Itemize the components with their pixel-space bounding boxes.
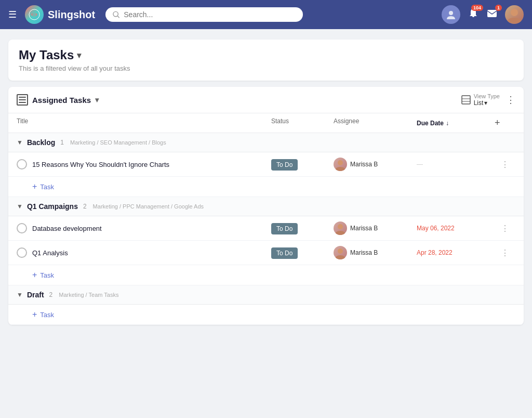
- draft-title: Draft: [27, 291, 44, 299]
- notification-bell[interactable]: 104: [468, 8, 479, 22]
- app-header: ☰ Slingshot 104: [0, 0, 532, 29]
- title-dropdown-icon[interactable]: ▾: [77, 50, 81, 60]
- assignee-name: Marissa B: [350, 249, 378, 256]
- q1campaigns-path: Marketing / PPC Management / Google Ads: [93, 203, 204, 210]
- header-right: 104 1: [442, 5, 524, 24]
- search-input[interactable]: [124, 10, 296, 19]
- add-task-row-q1campaigns[interactable]: + Task: [8, 265, 524, 285]
- add-task-plus-icon: +: [32, 270, 37, 280]
- backlog-collapse-icon[interactable]: ▼: [17, 139, 23, 146]
- col-due-date[interactable]: Due Date ↓: [417, 117, 495, 128]
- page-title-section: My Tasks ▾ This is a filtered view of al…: [8, 40, 524, 81]
- view-type-value: List ▾: [474, 99, 500, 107]
- draft-count: 2: [49, 291, 53, 298]
- section-title: Assigned Tasks: [32, 96, 91, 104]
- status-badge[interactable]: To Do: [271, 159, 298, 171]
- panel-more-button[interactable]: ⋮: [506, 94, 515, 106]
- task-assignee-cell: Marissa B: [334, 158, 417, 171]
- add-task-plus-icon: +: [32, 182, 37, 191]
- logo-icon: [25, 5, 44, 24]
- assignee-avatar: [334, 246, 347, 259]
- view-type-chevron: ▾: [484, 99, 487, 107]
- panel-header: Assigned Tasks ▾ View Type List ▾: [8, 87, 524, 113]
- col-add[interactable]: +: [495, 117, 515, 128]
- task-assignee-cell: Marissa B: [334, 221, 417, 235]
- column-headers: Title Status Assignee Due Date ↓ +: [8, 113, 524, 133]
- sort-icon: ↓: [446, 120, 449, 127]
- table-row: 15 Reasons Why You Shouldn't Ignore Char…: [8, 152, 524, 177]
- task-complete-button[interactable]: [17, 247, 27, 258]
- search-icon: [113, 11, 119, 18]
- task-title-cell: Q1 Analysis: [17, 247, 271, 258]
- search-bar[interactable]: [105, 7, 303, 22]
- group-q1campaigns-header: ▼ Q1 Campaigns 2 Marketing / PPC Managem…: [8, 197, 524, 216]
- group-backlog-header: ▼ Backlog 1 Marketing / SEO Management /…: [8, 133, 524, 152]
- table-row: Database development To Do Marissa B May…: [8, 216, 524, 241]
- task-more-button[interactable]: ⋮: [495, 224, 515, 233]
- col-status: Status: [271, 117, 334, 128]
- app-name: Slingshot: [48, 9, 95, 21]
- view-type-label: View Type: [474, 93, 500, 99]
- due-date-value: Apr 28, 2022: [417, 249, 495, 256]
- hamburger-icon[interactable]: ☰: [8, 9, 17, 20]
- col-title: Title: [17, 117, 271, 128]
- section-dropdown-icon[interactable]: ▾: [95, 96, 99, 104]
- panel-header-right: View Type List ▾ ⋮: [461, 93, 515, 107]
- page-title: My Tasks ▾: [19, 48, 513, 62]
- task-title: 15 Reasons Why You Shouldn't Ignore Char…: [32, 161, 169, 168]
- status-badge[interactable]: To Do: [271, 223, 298, 234]
- q1campaigns-collapse-icon[interactable]: ▼: [17, 203, 23, 210]
- backlog-title: Backlog: [27, 138, 55, 147]
- add-task-label: Task: [40, 183, 54, 191]
- q1campaigns-title: Q1 Campaigns: [27, 202, 78, 211]
- tasks-panel: Assigned Tasks ▾ View Type List ▾: [8, 87, 524, 325]
- svg-rect-5: [462, 96, 470, 104]
- task-status-cell: To Do: [271, 224, 334, 233]
- draft-path: Marketing / Team Tasks: [59, 292, 118, 298]
- list-view-icon: [461, 95, 471, 104]
- assignee-avatar: [334, 158, 347, 171]
- svg-point-4: [511, 9, 518, 16]
- message-badge: 1: [495, 5, 502, 11]
- view-type-button[interactable]: View Type List ▾: [461, 93, 500, 107]
- task-more-button[interactable]: ⋮: [495, 160, 515, 169]
- svg-point-10: [338, 249, 343, 254]
- backlog-count: 1: [60, 139, 64, 146]
- table-icon: [17, 94, 28, 106]
- task-complete-button[interactable]: [17, 223, 27, 233]
- panel-header-left: Assigned Tasks ▾: [17, 94, 99, 106]
- message-icon[interactable]: 1: [486, 8, 498, 22]
- due-date-value: May 06, 2022: [417, 225, 495, 232]
- assignee-name: Marissa B: [350, 225, 378, 232]
- svg-rect-3: [487, 10, 497, 17]
- task-title-cell: Database development: [17, 223, 271, 233]
- task-complete-button[interactable]: [17, 159, 27, 169]
- app-logo: Slingshot: [25, 5, 95, 24]
- task-title-cell: 15 Reasons Why You Shouldn't Ignore Char…: [17, 159, 271, 169]
- user-avatar-small[interactable]: [442, 5, 460, 24]
- svg-point-2: [449, 11, 453, 15]
- due-date-value: —: [417, 161, 495, 168]
- add-task-label: Task: [40, 271, 54, 279]
- task-title: Q1 Analysis: [32, 249, 68, 257]
- assignee-name: Marissa B: [350, 161, 378, 168]
- notification-badge: 104: [471, 5, 483, 11]
- status-badge[interactable]: To Do: [271, 247, 298, 259]
- draft-collapse-icon[interactable]: ▼: [17, 291, 23, 298]
- task-more-button[interactable]: ⋮: [495, 248, 515, 258]
- svg-point-9: [338, 224, 343, 229]
- task-status-cell: To Do: [271, 160, 334, 169]
- user-avatar-main[interactable]: [505, 5, 524, 24]
- add-task-row-draft[interactable]: + Task: [8, 305, 524, 325]
- add-task-label: Task: [40, 311, 54, 319]
- task-assignee-cell: Marissa B: [334, 246, 417, 259]
- page-subtitle: This is a filtered view of all your task…: [19, 64, 513, 72]
- q1campaigns-count: 2: [83, 203, 87, 210]
- add-task-row-backlog[interactable]: + Task: [8, 177, 524, 197]
- add-task-plus-icon: +: [32, 310, 37, 319]
- group-draft-header: ▼ Draft 2 Marketing / Team Tasks: [8, 285, 524, 305]
- backlog-path: Marketing / SEO Management / Blogs: [70, 139, 166, 146]
- table-row: Q1 Analysis To Do Marissa B Apr 28, 2022…: [8, 241, 524, 265]
- page-content: My Tasks ▾ This is a filtered view of al…: [0, 29, 532, 335]
- task-status-cell: To Do: [271, 248, 334, 257]
